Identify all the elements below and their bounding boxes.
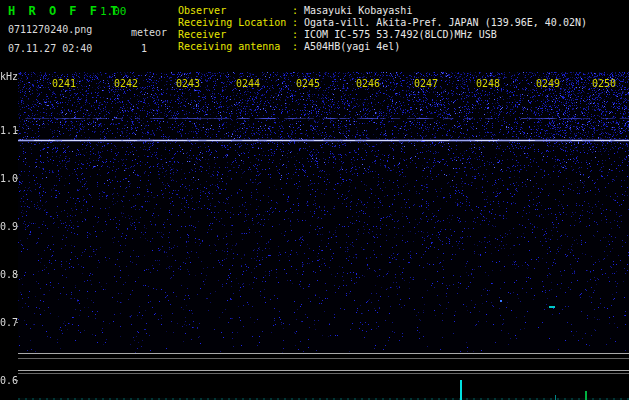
info-label: Observer (178, 5, 292, 17)
time-label: 0245 (296, 78, 320, 89)
info-value: ICOM IC-575 53.7492(8LCD)MHz USB (304, 29, 497, 41)
info-row-observer: Observer:Masayuki Kobayashi (178, 5, 587, 17)
time-label: 0250 (592, 78, 616, 89)
info-row-antenna: Receiving antenna:A504HB(yagi 4el) (178, 41, 587, 53)
time-label: 0241 (52, 78, 76, 89)
freq-label: 0.9 (0, 221, 16, 232)
freq-label: 1.0 (0, 173, 16, 184)
freq-label: 0.6 (0, 375, 16, 386)
level-graph-strip (18, 374, 629, 400)
info-label: Receiving antenna (178, 41, 292, 53)
level-spike (460, 380, 462, 400)
freq-tick (15, 226, 18, 227)
datetime-label: 07.11.27 02:40 (8, 43, 92, 54)
level-grid-line (18, 353, 629, 354)
time-label: 0243 (176, 78, 200, 89)
time-label: 0249 (536, 78, 560, 89)
freq-label: 0.7 (0, 317, 16, 328)
station-info: Observer:Masayuki Kobayashi Receiving Lo… (178, 5, 587, 53)
info-row-receiver: Receiver:ICOM IC-575 53.7492(8LCD)MHz US… (178, 29, 587, 41)
info-colon: : (292, 5, 298, 17)
freq-tick (15, 130, 18, 131)
app-version: 1.00 (100, 5, 127, 18)
info-row-location: Receiving Location:Ogata-vill. Akita-Pre… (178, 17, 587, 29)
time-label: 0247 (414, 78, 438, 89)
info-label: Receiving Location (178, 17, 292, 29)
time-label: 0248 (476, 78, 500, 89)
output-filename: 0711270240.png (8, 24, 92, 35)
level-grid-line (18, 370, 629, 371)
spectrogram-canvas (18, 72, 629, 353)
info-colon: : (292, 17, 298, 29)
time-label: 0246 (356, 78, 380, 89)
freq-label: 0.8 (0, 269, 16, 280)
mode-label: meteor (131, 27, 167, 38)
meteor-count: 1 (141, 43, 147, 54)
time-label: 0242 (114, 78, 138, 89)
info-label: Receiver (178, 29, 292, 41)
info-value: Masayuki Kobayashi (304, 5, 412, 17)
freq-label: 1.1 (0, 125, 16, 136)
freq-tick (15, 178, 18, 179)
time-label: 0244 (236, 78, 260, 89)
level-spike (585, 391, 587, 400)
info-value: Ogata-vill. Akita-Pref. JAPAN (139.96E, … (304, 17, 587, 29)
info-value: A504HB(yagi 4el) (304, 41, 400, 53)
hrofft-window: H R O F F T 1.00 0711270240.png meteor 0… (0, 0, 629, 400)
freq-unit-label: kHz (0, 71, 16, 82)
info-colon: : (292, 41, 298, 53)
level-spike (555, 395, 556, 400)
freq-tick (15, 274, 18, 275)
level-grid-line (18, 358, 629, 359)
info-colon: : (292, 29, 298, 41)
freq-tick (15, 322, 18, 323)
